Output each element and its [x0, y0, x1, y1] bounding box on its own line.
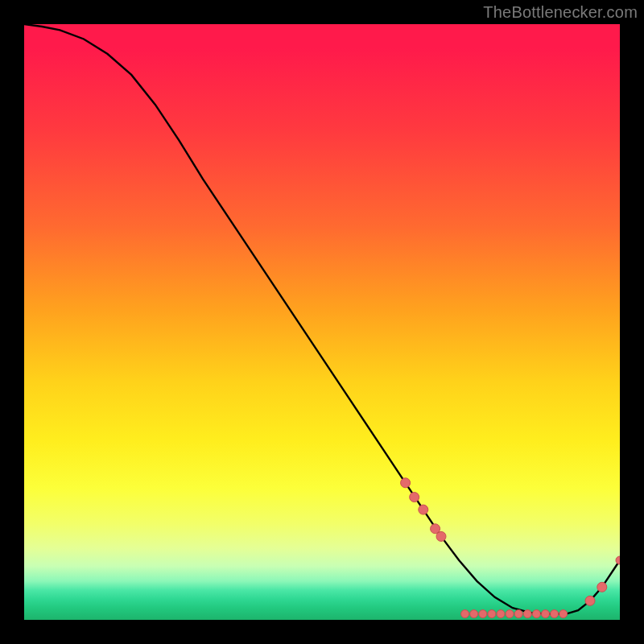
data-marker	[436, 531, 446, 541]
data-marker	[514, 610, 522, 618]
data-marker	[470, 610, 478, 618]
data-marker	[497, 610, 505, 618]
data-marker	[532, 610, 540, 618]
data-marker	[461, 610, 469, 618]
data-markers	[401, 478, 620, 618]
chart-svg	[24, 24, 620, 620]
data-marker	[523, 610, 531, 618]
data-marker	[616, 556, 620, 564]
data-marker	[559, 610, 568, 618]
data-marker	[542, 610, 550, 618]
data-marker	[488, 610, 496, 618]
data-marker	[401, 478, 411, 488]
bottleneck-curve	[24, 24, 620, 614]
chart-stage: TheBottlenecker.com	[0, 0, 644, 644]
data-marker	[419, 505, 428, 514]
plot-area	[24, 24, 620, 620]
data-marker	[551, 610, 559, 618]
data-marker	[506, 610, 514, 618]
attribution-text: TheBottlenecker.com	[483, 3, 638, 22]
data-marker	[585, 596, 595, 605]
data-marker	[479, 610, 487, 618]
data-marker	[597, 582, 607, 592]
data-marker	[410, 493, 419, 502]
